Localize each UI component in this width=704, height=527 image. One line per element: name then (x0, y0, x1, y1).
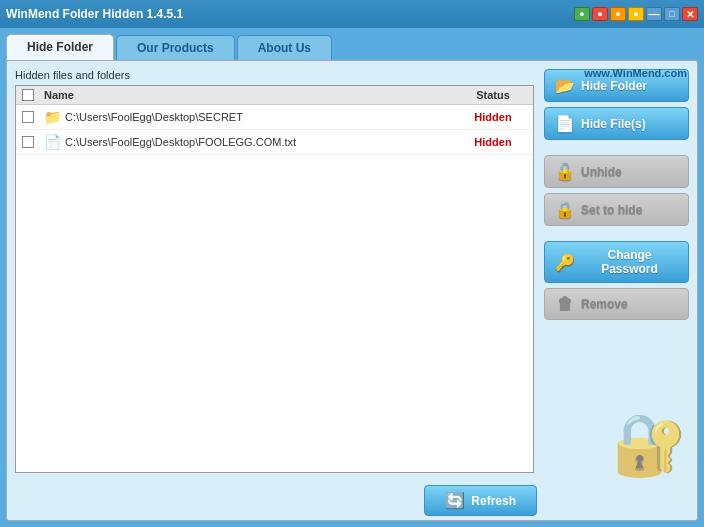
content-area: www.WinMend.com Hidden files and folders… (6, 60, 698, 521)
hide-folder-icon: 📂 (555, 76, 575, 95)
select-all-checkbox[interactable] (22, 89, 34, 101)
hide-files-button[interactable]: 📄 Hide File(s) (544, 107, 689, 140)
hide-files-icon: 📄 (555, 114, 575, 133)
minimize-button[interactable]: — (646, 7, 662, 21)
tab-our-products[interactable]: Our Products (116, 35, 235, 60)
tb-green[interactable]: ● (574, 7, 590, 21)
btn-spacer1 (544, 145, 689, 150)
row2-status: Hidden (453, 136, 533, 148)
remove-icon: 🗑 (555, 295, 575, 313)
refresh-icon: 🔄 (445, 491, 465, 510)
file-list-label: Hidden files and folders (15, 69, 534, 81)
refresh-button[interactable]: 🔄 Refresh (424, 485, 537, 516)
unhide-button[interactable]: 🔓 Unhide (544, 155, 689, 188)
unhide-icon: 🔓 (555, 162, 575, 181)
change-password-button[interactable]: 🔑 Change Password (544, 241, 689, 283)
file-table: Name Status 📁 C:\Users\FoolEgg\Desktop\S… (15, 85, 534, 473)
tab-bar: Hide Folder Our Products About Us (6, 34, 698, 60)
row2-name-cell: 📄 C:\Users\FoolEgg\Desktop\FOOLEGG.COM.t… (40, 134, 453, 150)
file-icon: 📄 (44, 134, 61, 150)
file-list-area: Hidden files and folders Name Status (15, 69, 534, 473)
row2-path: C:\Users\FoolEgg\Desktop\FOOLEGG.COM.txt (65, 136, 453, 148)
app-title: WinMend Folder Hidden 1.4.5.1 (6, 7, 183, 21)
row1-path: C:\Users\FoolEgg\Desktop\SECRET (65, 111, 453, 123)
remove-button[interactable]: 🗑 Remove (544, 288, 689, 320)
row1-name-cell: 📁 C:\Users\FoolEgg\Desktop\SECRET (40, 109, 453, 125)
change-password-icon: 🔑 (555, 253, 575, 272)
main-window: Hide Folder Our Products About Us www.Wi… (0, 28, 704, 527)
folder-icon: 📁 (44, 109, 61, 125)
col-name-header: Name (40, 89, 453, 101)
col-status-header: Status (453, 89, 533, 101)
tb-yellow[interactable]: ● (628, 7, 644, 21)
window-controls: ● ● ● ● — □ ✕ (574, 7, 698, 21)
table-header: Name Status (16, 86, 533, 105)
tab-hide-folder[interactable]: Hide Folder (6, 34, 114, 60)
tab-about-us[interactable]: About Us (237, 35, 332, 60)
maximize-button[interactable]: □ (664, 7, 680, 21)
title-bar: WinMend Folder Hidden 1.4.5.1 ● ● ● ● — … (0, 0, 704, 28)
row1-status: Hidden (453, 111, 533, 123)
bottom-buttons-row: 🔄 Refresh (7, 481, 697, 520)
row2-check (16, 136, 40, 148)
tb-red[interactable]: ● (592, 7, 608, 21)
lock-watermark: 🔐 (612, 409, 687, 480)
btn-spacer2 (544, 231, 689, 236)
tb-orange[interactable]: ● (610, 7, 626, 21)
table-row[interactable]: 📁 C:\Users\FoolEgg\Desktop\SECRET Hidden (16, 105, 533, 130)
table-row[interactable]: 📄 C:\Users\FoolEgg\Desktop\FOOLEGG.COM.t… (16, 130, 533, 155)
close-button[interactable]: ✕ (682, 7, 698, 21)
row2-checkbox[interactable] (22, 136, 34, 148)
header-check (16, 89, 40, 101)
row1-check (16, 111, 40, 123)
row1-checkbox[interactable] (22, 111, 34, 123)
inner-content: Hidden files and folders Name Status (7, 61, 697, 481)
set-to-hide-icon: 🔒 (555, 200, 575, 219)
website-label: www.WinMend.com (584, 67, 687, 79)
set-to-hide-button[interactable]: 🔒 Set to hide (544, 193, 689, 226)
